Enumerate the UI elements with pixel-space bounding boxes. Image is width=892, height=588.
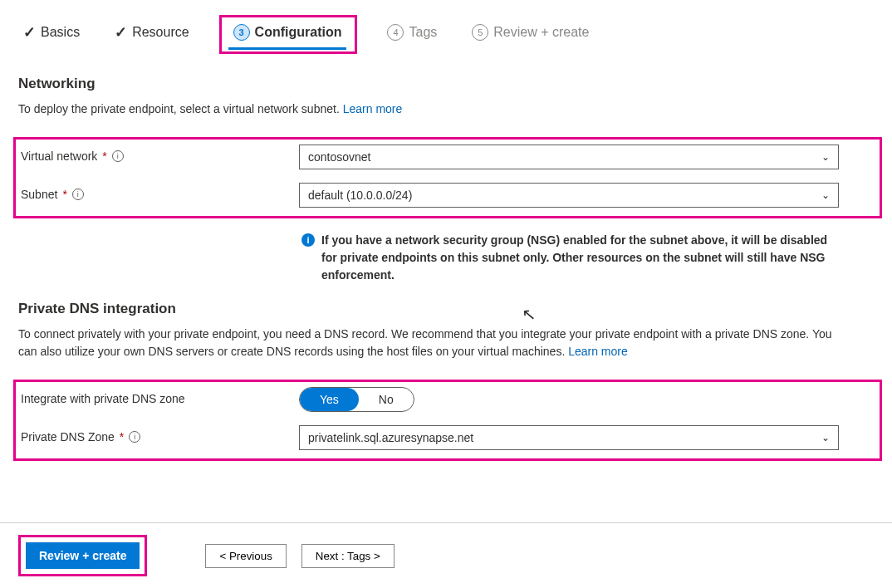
subnet-select[interactable]: default (10.0.0.0/24) ⌄: [299, 183, 839, 208]
subnet-label: Subnet: [21, 188, 57, 201]
dns-learn-more-link[interactable]: Learn more: [568, 345, 628, 358]
integrate-yes-option[interactable]: Yes: [300, 388, 359, 411]
chevron-down-icon: ⌄: [821, 151, 830, 163]
info-badge-icon: i: [301, 233, 315, 247]
info-icon[interactable]: i: [129, 431, 140, 443]
nsg-note: If you have a network security group (NS…: [321, 232, 836, 284]
dns-zone-label: Private DNS Zone: [21, 430, 115, 443]
dns-description: To connect privately with your private e…: [18, 326, 849, 361]
info-icon[interactable]: i: [112, 150, 124, 162]
next-button[interactable]: Next : Tags >: [301, 544, 395, 568]
integrate-no-option[interactable]: No: [359, 388, 414, 411]
tab-basics-label: Basics: [41, 25, 80, 40]
check-icon: ✓: [23, 23, 36, 42]
networking-fields-highlight: Virtual network * i contosovnet ⌄ Subnet…: [13, 137, 882, 218]
dns-fields-highlight: Integrate with private DNS zone Yes No P…: [13, 380, 882, 461]
tab-tags[interactable]: 4 Tags: [382, 19, 442, 47]
review-button-highlight: Review + create: [18, 535, 147, 576]
required-marker: *: [102, 149, 106, 163]
tab-configuration-label: Configuration: [255, 25, 342, 40]
networking-description: To deploy the private endpoint, select a…: [18, 100, 849, 119]
tab-resource-label: Resource: [132, 25, 189, 40]
vnet-select[interactable]: contosovnet ⌄: [299, 145, 839, 169]
chevron-down-icon: ⌄: [821, 432, 830, 443]
dns-zone-value: privatelink.sql.azuresynapse.net: [308, 431, 473, 444]
tab-basics[interactable]: ✓ Basics: [18, 18, 85, 48]
check-icon: ✓: [115, 23, 127, 42]
networking-heading: Networking: [18, 76, 874, 92]
integrate-label: Integrate with private DNS zone: [21, 392, 185, 405]
integrate-toggle[interactable]: Yes No: [299, 387, 414, 412]
vnet-value: contosovnet: [308, 150, 371, 164]
vnet-label: Virtual network: [21, 149, 97, 163]
wizard-footer: Review + create < Previous Next : Tags >: [0, 522, 892, 588]
cursor-icon: ↖: [521, 303, 537, 324]
tab-review-label: Review + create: [493, 25, 589, 40]
tab-configuration[interactable]: 3 Configuration: [228, 19, 347, 50]
dns-zone-select[interactable]: privatelink.sql.azuresynapse.net ⌄: [299, 425, 839, 450]
previous-button[interactable]: < Previous: [205, 544, 286, 568]
tab-configuration-highlight: 3 Configuration: [219, 15, 358, 54]
required-marker: *: [120, 430, 124, 443]
chevron-down-icon: ⌄: [821, 189, 830, 201]
required-marker: *: [62, 188, 66, 201]
tab-tags-label: Tags: [409, 25, 437, 40]
review-create-button[interactable]: Review + create: [26, 542, 140, 569]
step-number-icon: 4: [387, 24, 404, 41]
tab-resource[interactable]: ✓ Resource: [110, 18, 194, 48]
info-icon[interactable]: i: [72, 189, 84, 200]
step-number-icon: 3: [233, 24, 250, 41]
wizard-tabs: ✓ Basics ✓ Resource 3 Configuration 4 Ta…: [18, 15, 874, 52]
step-number-icon: 5: [472, 24, 488, 41]
tab-review[interactable]: 5 Review + create: [467, 19, 594, 47]
subnet-value: default (10.0.0.0/24): [308, 189, 412, 202]
networking-learn-more-link[interactable]: Learn more: [343, 102, 403, 115]
dns-heading: Private DNS integration: [18, 301, 874, 317]
